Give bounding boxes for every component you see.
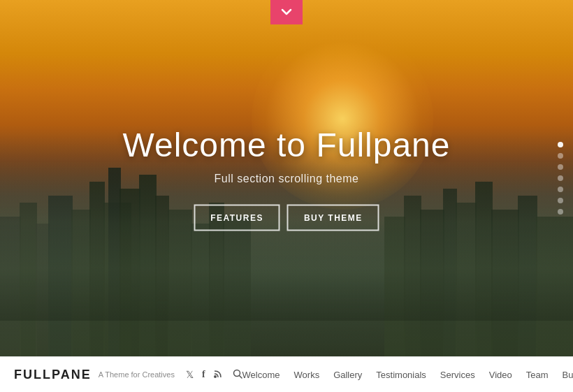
brand: FULLPANE A Theme for Creatives <box>14 368 175 382</box>
nav-testimonials[interactable]: Testimonials <box>376 370 426 380</box>
social-icons: 𝕏 f <box>186 369 242 381</box>
dot-4[interactable] <box>558 175 563 181</box>
chevron-down-icon <box>281 8 292 15</box>
buy-theme-button[interactable]: BUY THEME <box>287 205 379 231</box>
dot-5[interactable] <box>558 187 563 192</box>
navbar: FULLPANE A Theme for Creatives 𝕏 f <box>0 356 573 392</box>
brand-tagline: A Theme for Creatives <box>99 370 175 379</box>
nav-team[interactable]: Team <box>526 370 549 380</box>
dot-1[interactable] <box>558 142 563 147</box>
features-button[interactable]: FEATURES <box>194 205 280 231</box>
hero-section: Welcome to Fullpane Full section scrolli… <box>0 0 573 356</box>
dot-3[interactable] <box>558 164 563 170</box>
nav-video[interactable]: Video <box>489 370 512 380</box>
search-icon[interactable] <box>233 369 242 381</box>
hero-subtitle: Full section scrolling theme <box>123 173 451 185</box>
dot-6[interactable] <box>558 198 563 203</box>
hero-content: Welcome to Fullpane Full section scrolli… <box>123 126 451 231</box>
svg-line-27 <box>239 375 242 378</box>
dot-2[interactable] <box>558 153 563 159</box>
rss-icon[interactable] <box>214 369 223 380</box>
facebook-icon[interactable]: f <box>202 369 205 380</box>
nav-gallery[interactable]: Gallery <box>333 370 362 380</box>
nav-services[interactable]: Services <box>440 370 475 380</box>
nav-welcome[interactable]: Welcome <box>242 370 280 380</box>
nav-works[interactable]: Works <box>294 370 320 380</box>
nav-links: Welcome Works Gallery Testimonials Servi… <box>242 370 573 380</box>
side-navigation-dots <box>558 142 563 215</box>
brand-name: FULLPANE <box>14 368 92 382</box>
svg-point-25 <box>214 375 217 378</box>
hero-buttons: FEATURES BUY THEME <box>123 205 451 231</box>
hero-title: Welcome to Fullpane <box>123 126 451 164</box>
nav-buy[interactable]: Buy <box>563 370 573 380</box>
twitter-icon[interactable]: 𝕏 <box>186 369 194 380</box>
dot-7[interactable] <box>558 209 563 215</box>
scroll-down-button[interactable] <box>270 0 303 24</box>
